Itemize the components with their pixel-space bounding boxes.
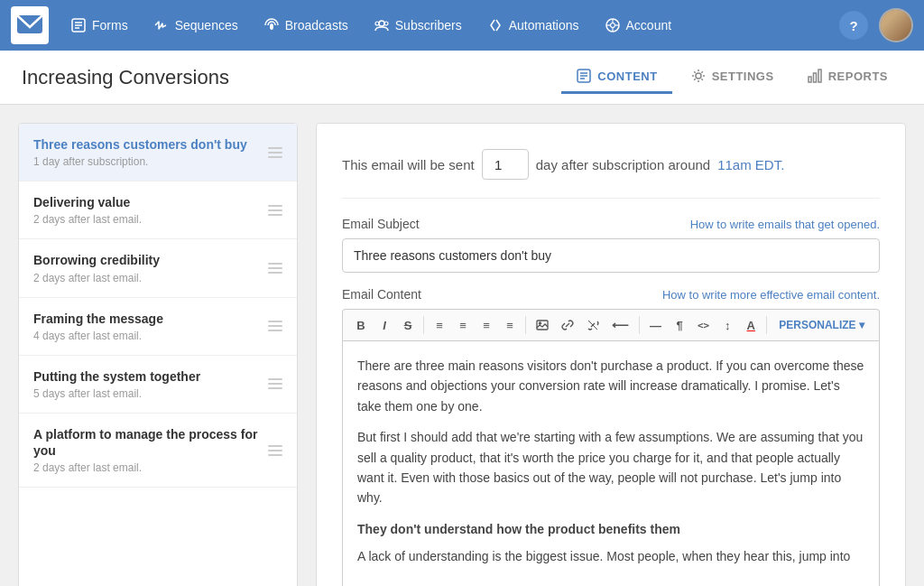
personalize-button[interactable]: PERSONALIZE ▾ — [772, 315, 871, 335]
body-paragraph-4: A lack of understanding is the biggest i… — [357, 546, 864, 566]
body-paragraph-1: There are three main reasons visitors do… — [357, 356, 864, 416]
page-tabs: CONTENT SETTINGS REPORTS — [561, 60, 902, 94]
ordered-list-button[interactable]: ≡ — [429, 313, 450, 337]
sidebar-item-email4[interactable]: Framing the message 4 days after last em… — [19, 298, 297, 356]
font-color-button[interactable]: A — [740, 313, 762, 337]
svg-point-19 — [696, 73, 701, 79]
chevron-down-icon: ▾ — [859, 319, 864, 331]
sidebar-item-email6[interactable]: A platform to manage the process for you… — [19, 414, 297, 488]
page-header: Increasing Conversions CONTENT SETTINGS … — [0, 51, 924, 105]
svg-point-10 — [610, 23, 614, 28]
format-button[interactable]: ↕ — [716, 313, 738, 337]
day-input[interactable] — [482, 149, 529, 180]
svg-rect-5 — [271, 24, 273, 29]
bold-button[interactable]: B — [350, 313, 372, 337]
nav-item-broadcasts[interactable]: Broadcasts — [253, 12, 359, 39]
email-content-area[interactable]: There are three main reasons visitors do… — [342, 340, 880, 586]
nav-item-forms[interactable]: Forms — [60, 12, 139, 39]
nav-item-sequences[interactable]: Sequences — [143, 12, 249, 39]
tab-settings[interactable]: SETTINGS — [676, 60, 789, 94]
indent-button[interactable]: ≡ — [499, 313, 521, 337]
sidebar-item-subtitle: 5 days after last email. — [33, 387, 261, 400]
source-button[interactable]: <> — [692, 313, 715, 337]
sidebar-item-subtitle: 4 days after last email. — [33, 330, 261, 342]
email-subject-field: Email Subject How to write emails that g… — [342, 217, 880, 273]
sidebar-item-email2[interactable]: Delivering value 2 days after last email… — [19, 181, 297, 239]
send-prefix: This email will be sent — [342, 157, 475, 172]
subject-help-link[interactable]: How to write emails that get opened. — [690, 218, 880, 231]
page-title: Increasing Conversions — [22, 66, 561, 89]
sidebar: Three reasons customers don't buy 1 day … — [18, 123, 298, 586]
nav-item-automations[interactable]: Automations — [476, 12, 590, 39]
image-button[interactable] — [531, 313, 554, 337]
drag-handle-icon[interactable] — [268, 378, 282, 389]
hr-button[interactable]: — — [644, 313, 667, 337]
drag-handle-icon[interactable] — [268, 263, 282, 274]
unlink-button[interactable] — [581, 313, 605, 337]
svg-rect-21 — [813, 73, 816, 82]
sidebar-item-subtitle: 1 day after subscription. — [33, 155, 261, 168]
sidebar-item-title: Borrowing credibility — [33, 252, 261, 268]
align-left-button[interactable]: ⟵ — [606, 313, 634, 337]
sidebar-item-text: Three reasons customers don't buy 1 day … — [33, 136, 261, 168]
email-content-field: Email Content How to write more effectiv… — [342, 287, 880, 586]
sidebar-item-title: Delivering value — [33, 194, 261, 210]
nav-logo — [11, 6, 49, 44]
navbar: Forms Sequences Broadcasts Subscribers A… — [0, 0, 924, 51]
tab-content[interactable]: CONTENT — [561, 60, 671, 94]
svg-point-24 — [540, 322, 541, 324]
toolbar-sep-4 — [766, 316, 767, 334]
send-suffix: day after subscription around — [536, 157, 710, 172]
svg-line-25 — [588, 321, 597, 330]
drag-handle-icon[interactable] — [268, 205, 282, 216]
content-help-link[interactable]: How to write more effective email conten… — [662, 288, 880, 302]
subject-label: Email Subject — [342, 217, 420, 231]
sidebar-item-title: A platform to manage the process for you — [33, 426, 261, 459]
sidebar-item-subtitle: 2 days after last email. — [33, 461, 261, 474]
editor-toolbar: B I S ≡ ≡ ≡ ≡ ⟵ — — [342, 309, 880, 340]
tab-reports[interactable]: REPORTS — [792, 60, 902, 94]
toolbar-sep-3 — [639, 316, 640, 334]
sidebar-item-subtitle: 2 days after last email. — [33, 272, 261, 284]
svg-rect-22 — [818, 70, 821, 82]
send-time-link[interactable]: 11am EDT. — [717, 157, 784, 172]
unordered-list-button[interactable]: ≡ — [452, 313, 474, 337]
toolbar-sep-2 — [525, 316, 526, 334]
sidebar-item-title: Three reasons customers don't buy — [33, 136, 261, 153]
drag-handle-icon[interactable] — [268, 445, 282, 456]
sidebar-item-email5[interactable]: Putting the system together 5 days after… — [19, 356, 297, 414]
drag-handle-icon[interactable] — [268, 321, 282, 331]
sidebar-item-subtitle: 2 days after last email. — [33, 213, 261, 226]
toolbar-sep-1 — [423, 316, 424, 334]
nav-item-account[interactable]: Account — [594, 12, 683, 39]
send-timing-row: This email will be sent day after subscr… — [342, 149, 880, 199]
nav-help-button[interactable]: ? — [839, 11, 868, 40]
svg-point-6 — [379, 21, 384, 26]
italic-button[interactable]: I — [374, 313, 395, 337]
strikethrough-button[interactable]: S — [397, 313, 419, 337]
content-label: Email Content — [342, 287, 421, 302]
subject-input[interactable] — [342, 238, 880, 273]
sidebar-item-title: Putting the system together — [33, 368, 261, 385]
drag-handle-icon[interactable] — [268, 147, 282, 158]
link-button[interactable] — [556, 313, 579, 337]
paragraph-button[interactable]: ¶ — [669, 313, 690, 337]
body-paragraph-3: They don't understand how the product be… — [357, 519, 864, 539]
body-paragraph-2: But first I should add that we're starti… — [357, 427, 864, 508]
sidebar-item-title: Framing the message — [33, 311, 261, 327]
main-panel: This email will be sent day after subscr… — [316, 123, 906, 586]
nav-avatar[interactable] — [879, 8, 913, 42]
nav-item-subscribers[interactable]: Subscribers — [363, 12, 473, 39]
main-content: Three reasons customers don't buy 1 day … — [0, 105, 924, 586]
outdent-button[interactable]: ≡ — [476, 313, 497, 337]
svg-rect-20 — [808, 77, 811, 82]
sidebar-item-email1[interactable]: Three reasons customers don't buy 1 day … — [19, 124, 297, 181]
sidebar-item-email3[interactable]: Borrowing credibility 2 days after last … — [19, 239, 297, 297]
